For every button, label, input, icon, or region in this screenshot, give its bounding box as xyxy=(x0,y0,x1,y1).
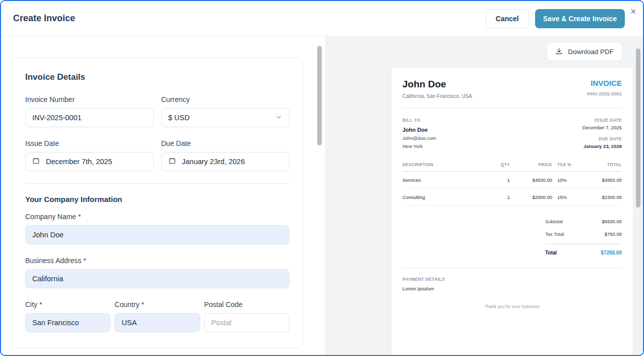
city-input[interactable] xyxy=(25,313,110,332)
table-row: Services 1 $4500.00 10% $4950.00 xyxy=(402,172,622,189)
invoice-doc-title: INVOICE xyxy=(587,79,622,87)
due-date-label: Due Date xyxy=(161,139,290,147)
modal-body: Invoice Details Invoice Number Currency … xyxy=(1,36,643,355)
tax-total-label: Tax Total xyxy=(545,231,564,237)
business-address-input[interactable] xyxy=(25,269,289,288)
section-divider xyxy=(25,183,289,184)
row-tax: 15% xyxy=(552,189,577,206)
tax-total-row: Tax Total $750.00 xyxy=(545,228,622,240)
currency-field: Currency $ USD xyxy=(161,95,290,127)
chevron-down-icon xyxy=(275,114,282,122)
invoice-dates-block: ISSUE DATE December 7, 2025 DUE DATE Jan… xyxy=(582,118,622,149)
tax-total-value: $750.00 xyxy=(605,231,622,237)
due-date-text: January 23, 2026 xyxy=(582,143,622,149)
calendar-icon xyxy=(168,157,176,166)
create-invoice-modal: { "modal": { "title": "Create Invoice", … xyxy=(0,0,644,356)
invoice-divider xyxy=(402,108,622,108)
currency-label: Currency xyxy=(161,95,290,104)
invoice-number-input[interactable] xyxy=(25,108,154,127)
issue-date-text: December 7, 2025 xyxy=(582,125,622,130)
row-qty: 1 xyxy=(484,172,510,189)
row-tax: 10% xyxy=(552,172,577,189)
postal-code-field: Postal Code xyxy=(204,300,289,332)
invoice-from-block: John Doe California, San Francisco, USA xyxy=(402,79,472,99)
invoice-details-heading: Invoice Details xyxy=(25,72,289,82)
company-info-heading: Your Company Information xyxy=(25,195,289,204)
payment-details-value: Lorem Ipsulum xyxy=(402,286,622,291)
invoice-form-panel: Invoice Details Invoice Number Currency … xyxy=(1,36,325,355)
grand-total-label: Total xyxy=(545,250,557,256)
due-date-caption: DUE DATE xyxy=(582,136,622,141)
col-total: TOTAL xyxy=(577,162,622,172)
payment-details-label: PAYMENT DETAILS xyxy=(402,277,622,282)
company-name-field: Company Name * xyxy=(25,213,289,244)
invoice-company-address: California, San Francisco, USA xyxy=(402,93,472,99)
company-name-input[interactable] xyxy=(25,225,289,244)
invoice-company-name: John Doe xyxy=(402,79,472,90)
invoice-preview-panel: Download PDF John Doe California, San Fr… xyxy=(325,36,643,355)
header-actions: Cancel Save & Create Invoice xyxy=(486,9,625,28)
business-address-field: Business Address * xyxy=(25,257,289,288)
col-description: DESCRIPTION xyxy=(402,162,484,172)
issue-date-field: Issue Date December 7th, 2025 xyxy=(25,139,154,171)
row-total: $2300.00 xyxy=(577,189,622,206)
subtotal-row: Subtotal $6500.00 xyxy=(545,215,622,228)
issue-date-label: Issue Date xyxy=(25,139,154,147)
download-pdf-button[interactable]: Download PDF xyxy=(547,43,622,61)
table-row: Consulting 1 $2000.00 15% $2300.00 xyxy=(402,189,622,206)
invoice-number-field: Invoice Number xyxy=(25,95,154,127)
currency-select[interactable]: $ USD xyxy=(161,108,290,127)
country-input[interactable] xyxy=(114,313,200,332)
preview-panel-scrollbar[interactable] xyxy=(636,48,640,208)
bill-to-block: BILL TO John Doe John@doe.com New York xyxy=(402,118,436,149)
col-tax: TAX % xyxy=(552,162,577,172)
subtotal-value: $6500.00 xyxy=(602,219,622,224)
col-qty: QTY xyxy=(484,162,510,172)
table-header-row: DESCRIPTION QTY PRICE TAX % TOTAL xyxy=(402,162,622,172)
row-qty: 1 xyxy=(484,189,510,206)
country-field: Country * xyxy=(114,300,200,332)
form-panel-scrollbar[interactable] xyxy=(317,46,322,145)
invoice-details-card: Invoice Details Invoice Number Currency … xyxy=(12,58,303,348)
company-name-label: Company Name * xyxy=(25,213,289,221)
cancel-button[interactable]: Cancel xyxy=(486,9,529,28)
bill-to-city: New York xyxy=(402,143,436,149)
calendar-icon xyxy=(32,157,40,166)
download-icon xyxy=(555,47,563,57)
invoice-line-items-table: DESCRIPTION QTY PRICE TAX % TOTAL Servic… xyxy=(402,162,622,206)
row-total: $4950.00 xyxy=(577,172,622,189)
invoice-number-label: Invoice Number xyxy=(25,95,154,104)
invoice-totals-block: Subtotal $6500.00 Tax Total $750.00 Tota… xyxy=(545,215,622,259)
country-label: Country * xyxy=(114,300,200,309)
bill-to-name: John Doe xyxy=(402,127,436,133)
invoice-doc-number: #INV-2025-0001 xyxy=(587,91,622,96)
invoice-title-block: INVOICE #INV-2025-0001 xyxy=(587,79,622,96)
row-description: Consulting xyxy=(402,189,484,206)
save-create-invoice-button[interactable]: Save & Create Invoice xyxy=(535,9,625,28)
close-icon[interactable]: ✕ xyxy=(630,8,636,15)
subtotal-label: Subtotal xyxy=(545,219,563,224)
issue-date-value: December 7th, 2025 xyxy=(46,158,112,166)
issue-date-caption: ISSUE DATE xyxy=(582,118,622,123)
issue-date-picker[interactable]: December 7th, 2025 xyxy=(25,152,154,171)
col-price: PRICE xyxy=(510,162,552,172)
due-date-field: Due Date January 23rd, 2026 xyxy=(161,139,290,171)
invoice-divider xyxy=(402,268,622,268)
postal-code-label: Postal Code xyxy=(204,300,289,309)
due-date-value: January 23rd, 2026 xyxy=(182,158,245,166)
page-title: Create Invoice xyxy=(13,13,75,24)
bill-to-label: BILL TO xyxy=(402,118,436,123)
grand-total-value: $7250.00 xyxy=(601,250,622,256)
invoice-footer-note: Thank you for your business! xyxy=(402,304,622,309)
business-address-label: Business Address * xyxy=(25,257,289,265)
due-date-picker[interactable]: January 23rd, 2026 xyxy=(161,152,290,171)
row-price: $4500.00 xyxy=(510,172,552,189)
city-label: City * xyxy=(25,300,110,309)
row-description: Services xyxy=(402,172,484,189)
currency-value: $ USD xyxy=(168,114,190,122)
download-pdf-label: Download PDF xyxy=(568,48,614,56)
postal-code-input[interactable] xyxy=(204,313,289,332)
bill-to-email: John@doe.com xyxy=(402,135,436,141)
modal-header: Create Invoice Cancel Save & Create Invo… xyxy=(1,1,643,36)
city-field: City * xyxy=(25,300,110,332)
